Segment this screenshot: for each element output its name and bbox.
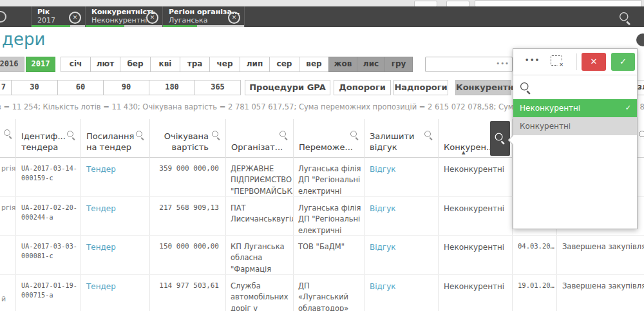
selection-chip-competitiveness[interactable]: Конкурентність Неконкурентні ✕ [86, 6, 163, 27]
cell-organizer: КП Луганська обласна "Фармація Північ" [226, 236, 294, 274]
selection-chip-region[interactable]: Регіон організа... Луганська ✕ [163, 6, 245, 27]
cell-tender-link[interactable]: Тендер [81, 197, 150, 235]
period-30-button[interactable]: 30 [11, 80, 58, 95]
month-button-mar[interactable]: бер [120, 57, 151, 72]
year-2016-button[interactable]: 2016 [0, 57, 24, 72]
year-2017-button[interactable]: 2017 [26, 57, 55, 72]
cell-review-link[interactable]: Відгук [365, 158, 439, 196]
header-winner[interactable]: Переможе... [294, 119, 365, 158]
header-expected-value[interactable]: Очікувана вартість [150, 119, 226, 158]
cell-review-link[interactable]: Відгук [365, 275, 439, 311]
selection-ratio-bar [163, 25, 197, 27]
chip-label: Рік [37, 8, 68, 16]
close-icon[interactable]: ✕ [69, 12, 81, 24]
listbox-item-label: Неконкурентні [520, 104, 580, 113]
cancel-selection-button[interactable]: ✕ [582, 53, 606, 71]
popup-search-field[interactable] [513, 75, 637, 99]
cell-competitiveness: Неконкурентні [439, 197, 513, 235]
cell-tender-id: UA-2017-03-14-000159-c [16, 158, 81, 196]
table-row[interactable]: й … UA-2017-01-19-000715-a Тендер 114 97… [0, 275, 644, 311]
header-leave-review[interactable]: Залишити відгук [365, 119, 439, 158]
column-search-icon[interactable] [136, 131, 145, 140]
header-label: Очікувана вартість [155, 131, 220, 153]
listbox-item-noncompetitive[interactable]: Неконкурентні ✓ [513, 99, 637, 117]
cell-winner: ТОВ "БаДМ" [294, 236, 365, 274]
cell-winner: Луганська філія ДП "Регіональні електрич… [294, 158, 365, 196]
gpa-procedures-button[interactable]: Процедури GPA [245, 80, 330, 95]
month-button-aug[interactable]: сер [269, 57, 299, 72]
below-threshold-button[interactable]: Допороги [334, 80, 391, 95]
period-180-button[interactable]: 180 [149, 80, 195, 95]
cell-organizer: ДЕРЖАВНЕ ПІДПРИЄМСТВО "ПЕРВОМАЙСЬК.... [226, 158, 294, 196]
cell-status: Завершена закупівля [557, 236, 644, 274]
column-search-icon[interactable] [67, 131, 76, 140]
month-button-may[interactable]: тра [180, 57, 210, 72]
month-button-dec[interactable]: гру [384, 57, 413, 72]
confirm-selection-button[interactable]: ✓ [611, 53, 635, 71]
period-90-button[interactable]: 90 [103, 80, 149, 95]
cell-expected-value: 150 000 000,00 [150, 236, 226, 274]
listbox-item-competitive[interactable]: Конкурентні [513, 117, 637, 135]
month-button-nov[interactable]: лис [357, 57, 385, 72]
column-search-icon[interactable] [4, 129, 13, 138]
cell-competitiveness: Неконкурентні [439, 236, 513, 274]
header-category[interactable] [0, 119, 16, 158]
header-competitiveness[interactable]: Конкурен... ▲ [439, 119, 513, 158]
check-icon: ✓ [625, 99, 631, 117]
search-icon[interactable] [620, 12, 632, 24]
month-button-jan[interactable]: січ [61, 57, 91, 72]
clear-selection-icon[interactable]: ✕ [551, 55, 562, 66]
active-column-search[interactable] [490, 121, 510, 156]
header-organizer[interactable]: Організат... [226, 119, 294, 158]
search-icon [495, 133, 506, 144]
month-button-sep[interactable]: вер [299, 57, 329, 72]
chip-label: Конкурентність [91, 8, 146, 16]
column-search-icon[interactable] [212, 131, 221, 140]
cell-competitiveness: Неконкурентні [439, 275, 513, 311]
cell-tender-link[interactable]: Тендер [81, 236, 150, 274]
cell-date: 04.03.20… [513, 236, 557, 274]
cell-tender-id: UA-2017-02-20-000244-a [16, 197, 81, 235]
selection-chip-year[interactable]: Рік 2017 ✕ [31, 6, 86, 27]
cell-expected-value: 359 000 000,00 [150, 158, 226, 196]
header-tender-id[interactable]: Ідентиф... тендера [16, 119, 81, 158]
month-button-apr[interactable]: кві [150, 57, 180, 72]
cell-tender-link[interactable]: Тендер [81, 158, 150, 196]
column-search-icon[interactable] [350, 131, 359, 140]
column-search-icon[interactable] [639, 131, 644, 140]
selection-ratio-bar [86, 25, 124, 27]
close-icon[interactable]: ✕ [146, 12, 158, 24]
more-options-icon[interactable]: ••• [525, 57, 540, 64]
period-60-button[interactable]: 60 [57, 80, 104, 95]
column-search-icon[interactable] [424, 131, 433, 140]
cell-review-link[interactable]: Відгук [365, 236, 439, 274]
header-label: Організат... [231, 142, 288, 153]
cutoff-corner-icon[interactable] [636, 33, 644, 46]
month-button-jun[interactable]: чер [209, 57, 240, 72]
close-icon[interactable]: ✕ [228, 12, 240, 24]
cell-status: Завершена закупівля [557, 275, 644, 311]
filter-search-input[interactable]: ••• [425, 57, 513, 72]
competitive-button[interactable]: Конкурентні [455, 80, 511, 95]
cell-competitiveness: Неконкурентні [439, 158, 513, 196]
table-row[interactable]: UA-2017-03-03-000081-c Тендер 150 000 00… [0, 236, 644, 275]
cell-organizer: Служба автомобільних доріг у Луганській.… [226, 275, 294, 311]
ellipsis-icon: ••• [496, 60, 509, 67]
cell-review-link[interactable]: Відгук [365, 197, 439, 235]
competitiveness-filter-popup: ••• ✕ ✕ ✓ Неконкурентні ✓ Конкурентні [513, 48, 638, 229]
cell-expected-value: 217 568 909,13 [150, 197, 226, 235]
month-button-feb[interactable]: лют [90, 57, 120, 72]
cutoff-button-fragment[interactable]: зл [638, 80, 644, 95]
month-button-oct[interactable]: жов [328, 57, 357, 72]
header-label: Переможе... [299, 142, 359, 153]
chip-value: Луганська [169, 16, 227, 24]
period-7-button[interactable]: 7 [0, 80, 12, 95]
column-search-icon[interactable] [279, 131, 289, 140]
above-threshold-button[interactable]: Надпороги [393, 80, 448, 95]
selection-ratio-bar [32, 25, 70, 27]
header-tender-link[interactable]: Посилання на тендер [81, 119, 150, 158]
period-365-button[interactable]: 365 [194, 80, 241, 95]
cell-tender-id: UA-2017-01-19-000715-a [16, 275, 81, 311]
month-button-jul[interactable]: лип [240, 57, 270, 72]
cell-tender-link[interactable]: Тендер [81, 275, 150, 311]
